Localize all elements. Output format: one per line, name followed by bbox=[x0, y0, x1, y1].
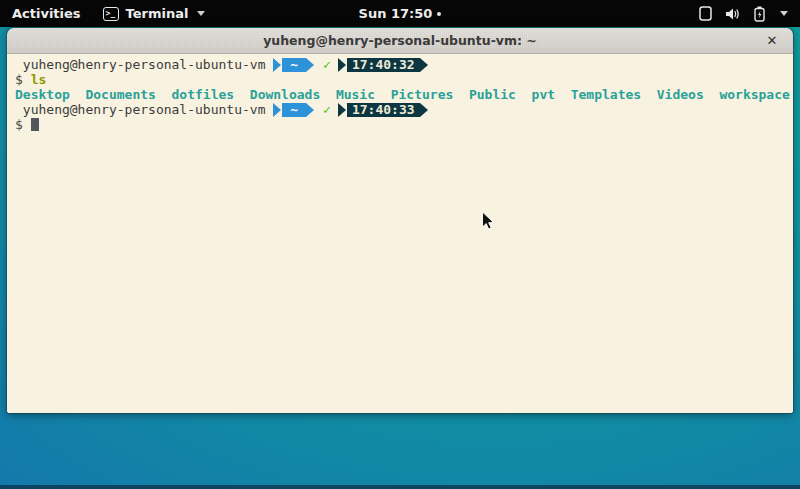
prompt-symbol: $ bbox=[15, 72, 31, 87]
prompt-time-segment: 17:40:33 bbox=[347, 103, 420, 117]
command-line-1: $ ls bbox=[15, 72, 789, 87]
volume-icon bbox=[725, 7, 741, 21]
desktop-bottom-shadow bbox=[0, 485, 800, 489]
status-check-icon: ✓ bbox=[323, 102, 331, 117]
window-title: yuheng@henry-personal-ubuntu-vm: ~ bbox=[263, 33, 537, 48]
terminal-content[interactable]: yuheng@henry-personal-ubuntu-vm ~ ✓ 17:4… bbox=[7, 54, 793, 413]
typed-command: ls bbox=[31, 72, 47, 87]
status-check-icon: ✓ bbox=[323, 57, 331, 72]
prompt-path-segment: ~ bbox=[282, 58, 306, 72]
top-bar: Activities >_ Terminal Sun 17:50 bbox=[0, 0, 800, 27]
chevron-down-icon bbox=[780, 11, 788, 16]
command-line-2: $ bbox=[15, 117, 789, 132]
prompt-symbol: $ bbox=[15, 117, 31, 132]
prompt-time-segment: 17:40:32 bbox=[347, 58, 420, 72]
chevron-down-icon bbox=[197, 11, 205, 16]
app-menu-label: Terminal bbox=[126, 6, 189, 21]
prompt-user-host: yuheng@henry-personal-ubuntu-vm bbox=[15, 57, 273, 72]
powerline-arrow-icon bbox=[420, 58, 428, 72]
powerline-arrow-icon bbox=[338, 58, 346, 72]
activities-button[interactable]: Activities bbox=[0, 0, 93, 27]
app-menu-terminal[interactable]: >_ Terminal bbox=[93, 0, 216, 27]
system-status-area[interactable] bbox=[687, 0, 800, 27]
terminal-block-cursor bbox=[31, 118, 39, 131]
clock-label: Sun 17:50 bbox=[359, 6, 433, 21]
screen-icon bbox=[699, 6, 712, 21]
powerline-arrow-icon bbox=[306, 58, 314, 72]
notification-dot-icon bbox=[437, 12, 441, 16]
battery-charging-icon bbox=[754, 6, 765, 22]
prompt-user-host: yuheng@henry-personal-ubuntu-vm bbox=[15, 102, 273, 117]
close-button[interactable]: ✕ bbox=[761, 28, 783, 53]
prompt-line-1: yuheng@henry-personal-ubuntu-vm ~ ✓ 17:4… bbox=[15, 57, 789, 72]
activities-label: Activities bbox=[12, 6, 81, 21]
terminal-icon: >_ bbox=[103, 7, 119, 21]
terminal-window: yuheng@henry-personal-ubuntu-vm: ~ ✕ yuh… bbox=[7, 28, 793, 413]
powerline-arrow-icon bbox=[338, 103, 346, 117]
powerline-arrow-icon bbox=[273, 58, 281, 72]
powerline-arrow-icon bbox=[306, 103, 314, 117]
window-titlebar[interactable]: yuheng@henry-personal-ubuntu-vm: ~ ✕ bbox=[7, 28, 793, 54]
clock-button[interactable]: Sun 17:50 bbox=[359, 6, 442, 21]
powerline-arrow-icon bbox=[273, 103, 281, 117]
ls-output-line: Desktop Documents dotfiles Downloads Mus… bbox=[15, 87, 789, 102]
prompt-line-2: yuheng@henry-personal-ubuntu-vm ~ ✓ 17:4… bbox=[15, 102, 789, 117]
prompt-path-segment: ~ bbox=[282, 103, 306, 117]
powerline-arrow-icon bbox=[420, 103, 428, 117]
